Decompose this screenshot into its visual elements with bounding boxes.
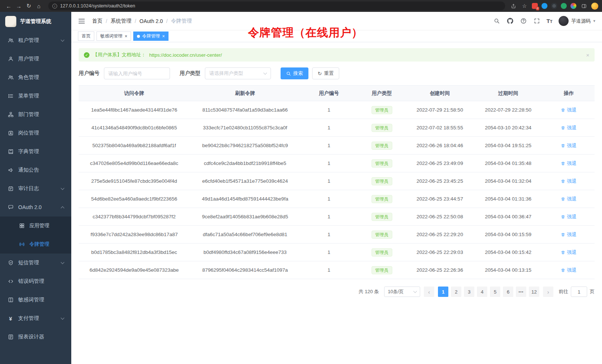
expire-time-cell: 2054-03-04 00:15:42 [473, 244, 543, 261]
breadcrumb-item-home[interactable]: 首页 [92, 18, 102, 24]
sidebar-item-post[interactable]: 岗位管理 [0, 124, 71, 142]
github-icon[interactable] [507, 17, 514, 24]
expire-time-cell: 2054-03-04 01:32:04 [473, 172, 543, 190]
sidebar-item-user[interactable]: 用户管理 [0, 50, 71, 68]
sidebar-item-oauth[interactable]: OAuth 2.0 [0, 198, 71, 216]
force-logout-button[interactable]: 强退 [561, 107, 576, 113]
breadcrumb-item-oauth[interactable]: OAuth 2.0 [140, 18, 163, 24]
refresh-button[interactable]: ↻ [24, 1, 34, 10]
page-button-3[interactable]: 3 [464, 287, 474, 297]
page-button-2[interactable]: 2 [451, 287, 461, 297]
user-type-badge: 管理员 [372, 266, 392, 274]
font-size-icon[interactable]: TT [547, 18, 553, 24]
breadcrumb-separator: / [135, 18, 136, 24]
page-button-12[interactable]: 12 [529, 287, 539, 297]
extension-icon-dark[interactable] [551, 3, 557, 9]
side-panel-icon[interactable] [580, 2, 588, 10]
tab-token[interactable]: 令牌管理 × [133, 32, 169, 41]
force-logout-button[interactable]: 强退 [561, 142, 576, 149]
extension-icon-red[interactable]: 0 [532, 3, 538, 9]
fullscreen-icon[interactable] [533, 17, 540, 24]
page-button-5[interactable]: 5 [490, 287, 500, 297]
url-bar[interactable]: i 127.0.0.1:1024/system/oauth2/token [48, 1, 505, 10]
sidebar-item-label: 错误码管理 [18, 278, 44, 285]
extension-icon-colorful[interactable] [570, 3, 576, 9]
back-button[interactable]: ← [4, 1, 14, 10]
force-logout-button[interactable]: 强退 [561, 178, 576, 185]
sidebar-item-audit-log[interactable]: 审计日志 [0, 179, 71, 198]
sidebar-item-dept[interactable]: 部门管理 [0, 105, 71, 124]
force-logout-button[interactable]: 强退 [561, 231, 576, 238]
close-icon[interactable]: × [586, 52, 589, 58]
close-icon[interactable]: × [125, 34, 127, 39]
user-type-select[interactable]: 请选择用户类型 [205, 67, 271, 79]
reset-button[interactable]: ↻ 重置 [312, 67, 339, 79]
profile-avatar[interactable] [591, 3, 598, 10]
user-icon [7, 56, 14, 62]
forward-button[interactable]: → [14, 1, 24, 10]
user-type-badge: 管理员 [372, 177, 392, 185]
doc-link[interactable]: https://doc.iocoder.cn/user-center/ [149, 52, 222, 58]
create-time-cell: 2022-06-25 23:45:25 [406, 172, 474, 190]
col-refresh-token: 刷新令牌 [190, 86, 301, 101]
user-menu[interactable]: 芋道源码 ▾ [559, 16, 595, 26]
search-button[interactable]: 搜索 [281, 67, 308, 79]
active-tab-dot [137, 35, 140, 38]
search-button-label: 搜索 [293, 70, 303, 77]
col-expire-time: 过期时间 [473, 86, 543, 101]
sidebar-item-role[interactable]: 角色管理 [0, 68, 71, 87]
expire-time-cell: 2054-03-04 00:36:47 [473, 208, 543, 226]
next-page-button[interactable]: › [543, 287, 553, 297]
extension-icon-blue[interactable] [542, 3, 547, 9]
sidebar-item-dict[interactable]: 字典管理 [0, 142, 71, 161]
tab-home[interactable]: 首页 [78, 32, 94, 41]
force-logout-button[interactable]: 强退 [561, 196, 576, 202]
tab-label: 令牌管理 [142, 33, 160, 39]
users-icon [7, 75, 14, 81]
page-button-6[interactable]: 6 [503, 287, 513, 297]
sidebar-collapse-icon[interactable] [78, 17, 85, 25]
breadcrumb: 首页 / 系统管理 / OAuth 2.0 / 令牌管理 [92, 18, 192, 24]
force-logout-button[interactable]: 强退 [561, 214, 576, 220]
sidebar-item-notice[interactable]: 通知公告 [0, 161, 71, 179]
sidebar-item-oauth-token[interactable]: 令牌管理 [0, 235, 71, 254]
browser-actions: ☆ 0 [510, 2, 598, 10]
force-logout-button[interactable]: 强退 [561, 160, 576, 167]
token-table: 访问令牌 刷新令牌 用户编号 用户类型 创建时间 过期时间 操作 1ea5e44… [79, 85, 595, 279]
site-info-icon[interactable]: i [52, 4, 57, 9]
user-id-cell: 1 [301, 155, 357, 172]
sidebar-item-oauth-app[interactable]: 应用管理 [0, 216, 71, 235]
force-logout-button[interactable]: 强退 [561, 249, 576, 256]
user-id-input[interactable] [104, 67, 170, 79]
more-pages-button[interactable]: ••• [516, 287, 526, 297]
page-button-1[interactable]: 1 [438, 287, 448, 297]
success-check-icon: ✓ [84, 52, 89, 58]
close-icon[interactable]: × [162, 34, 165, 39]
home-button[interactable]: ⌂ [34, 1, 44, 10]
breadcrumb-item-current: 令牌管理 [171, 18, 192, 24]
force-logout-button[interactable]: 强退 [561, 267, 576, 274]
search-icon[interactable] [493, 17, 500, 24]
app-logo[interactable]: 芋道管理系统 [0, 12, 71, 31]
share-icon[interactable] [510, 2, 517, 10]
prev-page-button[interactable]: ‹ [424, 287, 434, 297]
sidebar-item-report-designer[interactable]: 报表设计器 [0, 328, 71, 346]
force-logout-button[interactable]: 强退 [561, 125, 576, 131]
sidebar-item-payment[interactable]: ¥ 支付管理 [0, 309, 71, 328]
bookmark-star-icon[interactable]: ☆ [521, 2, 528, 10]
breadcrumb-item-system[interactable]: 系统管理 [111, 18, 131, 24]
sidebar-item-sms[interactable]: 短信管理 [0, 254, 71, 272]
tab-sensitive-word[interactable]: 敏感词管理 × [96, 32, 131, 41]
sidebar-item-tenant[interactable]: 租户管理 [0, 31, 71, 50]
extension-icon-green[interactable] [561, 3, 567, 9]
access-token-cell: 1ea5e44f8bc1467aaede43144f31de76 [79, 101, 190, 119]
user-id-label: 用户编号 [79, 70, 99, 77]
page-size-select[interactable]: 10条/页 [384, 287, 420, 297]
page-button-4[interactable]: 4 [477, 287, 487, 297]
sidebar-item-sensitive-word[interactable]: 敏感词管理 [0, 291, 71, 309]
sidebar-item-error-code[interactable]: 错误码管理 [0, 272, 71, 291]
access-token-cell: c347026e805e4d99b0d116eae66eda8c [79, 155, 190, 172]
help-icon[interactable] [520, 17, 527, 24]
goto-page-input[interactable] [571, 287, 587, 297]
sidebar-item-menu[interactable]: 菜单管理 [0, 87, 71, 105]
